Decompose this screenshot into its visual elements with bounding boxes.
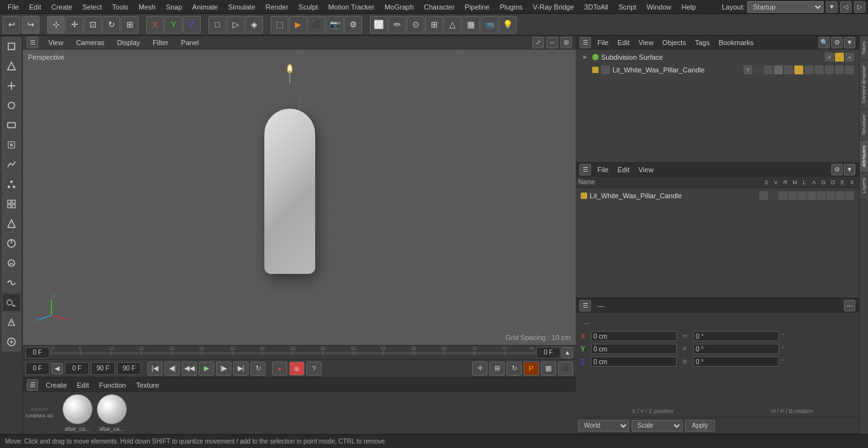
- z-axis-btn[interactable]: Z: [183, 16, 201, 34]
- attr-settings-btn[interactable]: ---: [844, 300, 855, 311]
- obj-item-candle[interactable]: Lit_White_Wax_Pillar_Candle T: [577, 64, 858, 76]
- mode-btn-6[interactable]: [2, 155, 21, 174]
- viewport-panel-menu[interactable]: Panel: [179, 37, 201, 48]
- obj-icon-x[interactable]: ×: [845, 53, 854, 62]
- tag-icon-5[interactable]: [784, 65, 793, 74]
- play-btn[interactable]: ▶: [199, 362, 214, 376]
- render-region-btn[interactable]: ⬚: [271, 16, 288, 34]
- layer-settings-btn[interactable]: ⚙: [831, 164, 843, 175]
- timeline-current-frame-display[interactable]: [536, 347, 560, 358]
- tag-icon-2[interactable]: [754, 65, 763, 74]
- render-vp-btn[interactable]: ⬛: [308, 16, 325, 34]
- rotate-tool-btn[interactable]: ↻: [102, 16, 120, 34]
- obj-search-btn[interactable]: 🔍: [818, 37, 830, 48]
- mode-btn-0[interactable]: [2, 37, 21, 56]
- world-dropdown[interactable]: World: [578, 420, 629, 431]
- pos-x-input[interactable]: [591, 331, 677, 341]
- mode-btn-8[interactable]: [2, 194, 21, 214]
- obj-tags-menu[interactable]: Tags: [693, 37, 712, 48]
- timeline-view-btn[interactable]: ⬛: [558, 362, 573, 376]
- material-swatch-0[interactable]: altar_ca...: [62, 394, 93, 432]
- obj-item-subdivision[interactable]: Subdivision Surface ✓ ×: [577, 51, 858, 64]
- vp-icon-2[interactable]: ↔: [546, 37, 558, 48]
- tag-icon-6[interactable]: [804, 65, 813, 74]
- menu-motion-tracker[interactable]: Motion Tracker: [323, 2, 379, 12]
- auto-key-btn[interactable]: P: [524, 362, 539, 376]
- viewport-3d[interactable]: Perspective Grid Spacing : 10 cm Y X Z: [23, 50, 576, 345]
- pos-y-input[interactable]: [591, 344, 677, 354]
- mode-btn-4[interactable]: [2, 116, 21, 135]
- menu-mograph[interactable]: MoGraph: [379, 2, 419, 12]
- vtab-attributes[interactable]: Attributes: [860, 140, 868, 172]
- menu-simulate[interactable]: Simulate: [223, 2, 261, 12]
- menu-3dtoall[interactable]: 3DToAll: [579, 2, 613, 12]
- mode-btn-9[interactable]: [2, 214, 21, 233]
- layer-icon-6[interactable]: [807, 191, 816, 200]
- menu-render[interactable]: Render: [261, 2, 294, 12]
- attr-menu-item[interactable]: ---: [595, 301, 607, 311]
- mode-btn-10[interactable]: [2, 234, 21, 253]
- timeline-end-arrow[interactable]: ▲: [562, 347, 573, 358]
- obj-view-menu[interactable]: View: [636, 37, 656, 48]
- menu-tools[interactable]: Tools: [107, 2, 133, 12]
- render-settings-btn[interactable]: ⚙: [344, 16, 362, 34]
- light-btn[interactable]: 💡: [499, 16, 517, 34]
- layer-edit-menu[interactable]: Edit: [615, 165, 632, 175]
- mode-btn-3[interactable]: [2, 96, 21, 115]
- layout-arrow-btn[interactable]: ▼: [826, 1, 837, 13]
- rot-p-input[interactable]: [693, 344, 779, 354]
- menu-help[interactable]: Help: [677, 2, 702, 12]
- obj-objects-menu[interactable]: Objects: [660, 37, 688, 48]
- mode-btn-13[interactable]: [2, 293, 21, 312]
- viewport-cameras-menu[interactable]: Cameras: [74, 37, 107, 48]
- menu-window[interactable]: Window: [641, 2, 676, 12]
- mode-btn-2[interactable]: [2, 76, 21, 95]
- step-fwd-btn[interactable]: |▶: [216, 362, 231, 376]
- go-to-end-btn[interactable]: ▶|: [233, 362, 248, 376]
- cube-view-btn[interactable]: ⬜: [370, 16, 388, 34]
- transform-tool-btn[interactable]: ⊞: [121, 16, 139, 34]
- rotate-key-btn[interactable]: ↻: [506, 362, 522, 376]
- y-axis-btn[interactable]: Y: [165, 16, 182, 34]
- vtab-content-browser[interactable]: Content Browser: [860, 60, 868, 109]
- menu-file[interactable]: File: [3, 2, 24, 12]
- layer-icon-5[interactable]: [797, 191, 806, 200]
- mode-btn-15[interactable]: [2, 332, 21, 351]
- menu-pipeline[interactable]: Pipeline: [459, 2, 494, 12]
- grid-btn[interactable]: ⊞: [425, 16, 443, 34]
- viewport-view-menu[interactable]: View: [46, 37, 66, 48]
- apply-button[interactable]: Apply: [685, 420, 715, 431]
- tag-icon-1[interactable]: T: [743, 65, 752, 74]
- menu-mesh[interactable]: Mesh: [133, 2, 161, 12]
- obj-btn3[interactable]: ◈: [245, 16, 263, 34]
- layer-icon-10[interactable]: [845, 191, 854, 200]
- layer-icon-2[interactable]: [769, 191, 778, 200]
- layout-settings-btn[interactable]: ◁: [840, 1, 851, 13]
- transport-frame-dec-btn[interactable]: ◀: [51, 363, 63, 374]
- mat-texture-menu[interactable]: Texture: [133, 380, 161, 390]
- obj-settings-btn[interactable]: ⚙: [831, 37, 843, 48]
- tag-icon-8[interactable]: [825, 65, 834, 74]
- step-back-btn[interactable]: ◀|: [165, 362, 180, 376]
- undo-btn[interactable]: ↩: [3, 16, 20, 34]
- layer-item-candle[interactable]: Lit_White_Wax_Pillar_Candle: [577, 189, 858, 202]
- mat-edit-menu[interactable]: Edit: [74, 380, 92, 390]
- menu-create[interactable]: Create: [46, 2, 78, 12]
- viewport-menu-icon[interactable]: ☰: [27, 37, 38, 48]
- layout-close-btn[interactable]: ▷: [854, 1, 865, 13]
- tag-icon-4[interactable]: [774, 65, 783, 74]
- go-to-start-btn[interactable]: |◀: [147, 362, 163, 376]
- help-btn[interactable]: ?: [306, 362, 322, 376]
- mat-function-menu[interactable]: Function: [97, 380, 128, 390]
- mat-create-menu[interactable]: Create: [43, 380, 69, 390]
- mode-btn-1[interactable]: [2, 57, 21, 76]
- move-tool-btn[interactable]: ✛: [65, 16, 83, 34]
- scale-dropdown[interactable]: Scale: [632, 420, 682, 431]
- tag-icon-7[interactable]: [815, 65, 824, 74]
- obj-expand-icon[interactable]: [581, 53, 590, 62]
- material-menu-icon[interactable]: ☰: [27, 379, 38, 391]
- tag-icon-yellow[interactable]: [794, 65, 803, 74]
- pencil-btn[interactable]: ✏: [388, 16, 406, 34]
- scale-key-btn[interactable]: ⊞: [489, 362, 505, 376]
- tag-icon-3[interactable]: [764, 65, 773, 74]
